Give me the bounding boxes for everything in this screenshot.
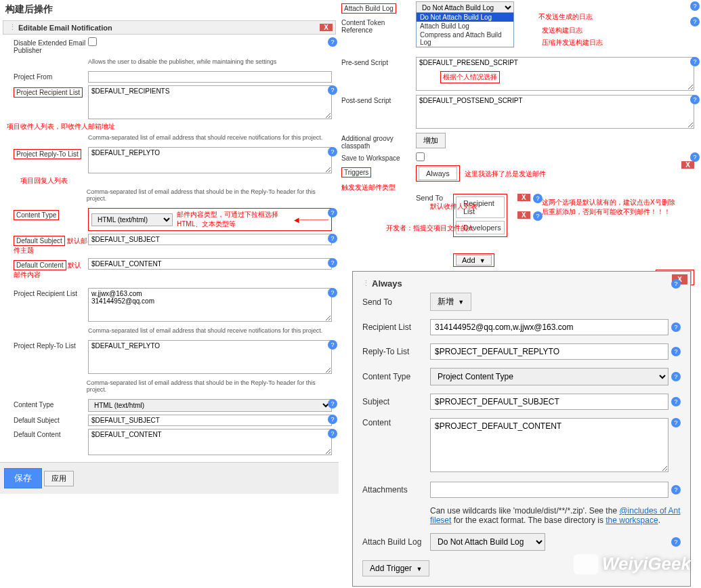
wechat-icon xyxy=(574,554,598,574)
recipient-list-label: Project Recipient List xyxy=(14,87,83,98)
default-subject-input[interactable] xyxy=(88,234,332,245)
reply-to-label2: Project Reply-To List xyxy=(14,340,88,350)
ap-recipient-input[interactable] xyxy=(430,319,668,335)
ap-content-type-select[interactable]: Project Content Type xyxy=(430,368,668,385)
disable-help: Allows the user to disable the publisher… xyxy=(88,57,276,68)
always-pill[interactable]: Always xyxy=(419,167,457,180)
help-icon[interactable]: ? xyxy=(671,372,681,381)
sendto-label: Send To xyxy=(416,194,453,202)
close-x-dev[interactable]: X xyxy=(517,211,530,219)
groovy-add-button[interactable]: 增加 xyxy=(416,133,446,148)
dev-anno-below: 开发者：指提交项目文件的人 xyxy=(386,224,474,233)
always-annotation: 这里我选择了总是发送邮件 xyxy=(465,170,546,177)
add-box: Add ▼ xyxy=(453,253,494,267)
default-subject-input2[interactable] xyxy=(88,415,332,426)
ap-subject-input[interactable] xyxy=(430,394,668,410)
save-button[interactable]: 保存 xyxy=(4,468,42,488)
help-icon[interactable]: ? xyxy=(671,322,681,332)
section-title: Editable Email Notification xyxy=(18,24,112,32)
groovy-label: Additional groovy classpath xyxy=(341,133,416,150)
comma-help: Comma-separated list of email address th… xyxy=(88,133,322,144)
postsend-textarea[interactable]: $DEFAULT_POSTSEND_SCRIPT xyxy=(416,95,694,129)
add-button[interactable]: Add ▼ xyxy=(456,255,492,266)
help-icon[interactable]: ? xyxy=(671,347,681,356)
save-workspace-label: Save to Workspace xyxy=(341,152,416,162)
help-icon[interactable]: ? xyxy=(328,208,337,217)
ap-replyto-label: Reply-To List xyxy=(362,347,430,356)
help-icon[interactable]: ? xyxy=(671,418,681,427)
save-workspace-checkbox[interactable] xyxy=(416,152,425,161)
help-icon[interactable]: ? xyxy=(690,17,700,26)
default-content-textarea2[interactable]: $DEFAULT_CONTENT xyxy=(88,429,332,455)
default-content-input[interactable] xyxy=(88,258,332,270)
help-icon[interactable]: ? xyxy=(533,194,543,203)
always-title: Always xyxy=(372,278,402,289)
help-icon[interactable]: ? xyxy=(328,399,337,408)
comma-help2: Comma-separated list of email address th… xyxy=(87,187,332,205)
ap-attachments-input[interactable] xyxy=(430,482,668,498)
presend-label: Pre-send Script xyxy=(341,57,416,66)
content-type-select[interactable]: HTML (text/html) xyxy=(91,213,173,226)
editable-email-header[interactable]: ⋮⋮ Editable Email Notification X xyxy=(3,20,336,35)
sendto-anno-left: 默认收件人列表 xyxy=(430,202,477,211)
help-icon[interactable]: ? xyxy=(671,279,681,289)
recipient-list-textarea2[interactable]: w.jjwx@163.com 314144952@qq.com xyxy=(88,288,332,322)
help-icon[interactable]: ? xyxy=(328,415,337,424)
default-subject-label2: Default Subject xyxy=(14,415,88,424)
help-icon[interactable]: ? xyxy=(328,429,337,438)
help-icon[interactable]: ? xyxy=(328,85,337,95)
help-icon[interactable]: ? xyxy=(671,485,681,495)
project-from-input[interactable] xyxy=(88,71,332,83)
ap-recipient-label: Recipient List xyxy=(362,322,430,332)
drag-icon[interactable]: ⋮⋮ xyxy=(9,23,16,32)
help-icon[interactable]: ? xyxy=(328,258,337,268)
help-icon[interactable]: ? xyxy=(671,537,681,547)
close-button[interactable]: X xyxy=(320,24,333,31)
disable-publisher-checkbox[interactable] xyxy=(88,37,97,46)
reply-to-label: Project Reply-To List xyxy=(14,149,81,159)
ap-new-button[interactable]: 新增 ▼ xyxy=(430,293,471,311)
triggers-label: Triggers xyxy=(341,167,371,177)
help-icon[interactable]: ? xyxy=(690,152,700,162)
ap-content-label: Content xyxy=(362,418,430,427)
attach-anno3: 压缩并发送构建日志 xyxy=(542,38,603,47)
token-reference-label: Content Token Reference xyxy=(341,17,416,34)
ap-content-textarea[interactable]: $PROJECT_DEFAULT_CONTENT xyxy=(430,418,668,472)
ap-subject-label: Subject xyxy=(362,397,430,406)
workspace-link[interactable]: the workspace xyxy=(606,516,658,525)
ap-attachments-label: Attachments xyxy=(362,485,430,495)
content-type-label: Content Type xyxy=(14,210,59,220)
ap-attach-log-label: Attach Build Log xyxy=(362,537,430,547)
reply-to-textarea[interactable]: $DEFAULT_REPLYTO xyxy=(88,147,332,173)
help-icon[interactable]: ? xyxy=(328,340,337,350)
apply-button[interactable]: 应用 xyxy=(44,471,74,486)
recipient-annotation: 项目收件人列表，即收件人邮箱地址 xyxy=(0,122,339,131)
help-icon[interactable]: ? xyxy=(328,288,337,297)
triggers-annotation: 触发发送邮件类型 xyxy=(339,183,701,192)
close-x-recip[interactable]: X xyxy=(517,194,530,201)
help-icon[interactable]: ? xyxy=(690,95,700,104)
comma-help2: Comma-separated list of email address th… xyxy=(87,378,332,396)
help-icon[interactable]: ? xyxy=(328,234,337,243)
content-type-select2[interactable]: HTML (text/html) xyxy=(88,399,332,412)
ap-replyto-input[interactable] xyxy=(430,343,668,360)
ap-sendto-label: Send To xyxy=(362,297,430,307)
recipient-list-textarea[interactable]: $DEFAULT_RECIPIENTS xyxy=(88,85,332,119)
help-icon[interactable]: ? xyxy=(533,211,543,221)
reply-to-textarea2[interactable]: $DEFAULT_REPLYTO xyxy=(88,340,332,374)
ap-content-type-label: Content Type xyxy=(362,372,430,381)
help-icon[interactable]: ? xyxy=(671,397,681,406)
help-icon[interactable]: ? xyxy=(690,57,700,66)
help-icon[interactable]: ? xyxy=(328,147,337,156)
disable-publisher-label: Disable Extended Email Publisher xyxy=(14,37,88,54)
help-icon[interactable]: ? xyxy=(690,1,700,11)
close-x-always[interactable]: X xyxy=(681,161,694,169)
reply-annotation: 项目回复人列表 xyxy=(0,176,339,186)
trigger-always[interactable]: Always xyxy=(416,165,460,182)
ap-attach-log-select[interactable]: Do Not Attach Build Log xyxy=(430,533,545,551)
att-help-text2: for the exact format. The base directory… xyxy=(451,516,606,525)
add-trigger-button[interactable]: Add Trigger ▼ xyxy=(362,560,429,576)
drag-icon[interactable]: ⋮⋮ xyxy=(362,279,369,288)
help-icon[interactable]: ? xyxy=(328,37,337,47)
default-content-label2: Default Content xyxy=(14,429,88,438)
